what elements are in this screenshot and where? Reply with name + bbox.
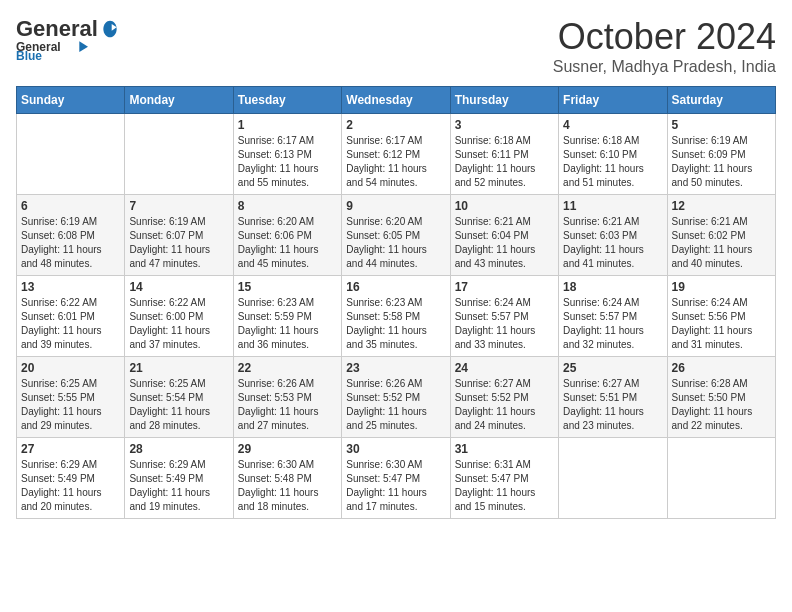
day-number: 15 bbox=[238, 280, 337, 294]
calendar-header-row: SundayMondayTuesdayWednesdayThursdayFrid… bbox=[17, 87, 776, 114]
day-info: Sunrise: 6:21 AMSunset: 6:03 PMDaylight:… bbox=[563, 215, 662, 271]
day-number: 24 bbox=[455, 361, 554, 375]
day-number: 13 bbox=[21, 280, 120, 294]
calendar-cell: 16Sunrise: 6:23 AMSunset: 5:58 PMDayligh… bbox=[342, 276, 450, 357]
calendar-cell bbox=[125, 114, 233, 195]
day-number: 29 bbox=[238, 442, 337, 456]
day-info: Sunrise: 6:27 AMSunset: 5:51 PMDaylight:… bbox=[563, 377, 662, 433]
day-info: Sunrise: 6:19 AMSunset: 6:09 PMDaylight:… bbox=[672, 134, 771, 190]
day-header-sunday: Sunday bbox=[17, 87, 125, 114]
day-header-monday: Monday bbox=[125, 87, 233, 114]
day-info: Sunrise: 6:25 AMSunset: 5:55 PMDaylight:… bbox=[21, 377, 120, 433]
day-number: 10 bbox=[455, 199, 554, 213]
day-info: Sunrise: 6:21 AMSunset: 6:02 PMDaylight:… bbox=[672, 215, 771, 271]
calendar-cell bbox=[667, 438, 775, 519]
day-info: Sunrise: 6:17 AMSunset: 6:12 PMDaylight:… bbox=[346, 134, 445, 190]
day-info: Sunrise: 6:27 AMSunset: 5:52 PMDaylight:… bbox=[455, 377, 554, 433]
day-header-thursday: Thursday bbox=[450, 87, 558, 114]
day-info: Sunrise: 6:20 AMSunset: 6:05 PMDaylight:… bbox=[346, 215, 445, 271]
calendar-cell: 26Sunrise: 6:28 AMSunset: 5:50 PMDayligh… bbox=[667, 357, 775, 438]
day-info: Sunrise: 6:19 AMSunset: 6:08 PMDaylight:… bbox=[21, 215, 120, 271]
calendar-cell: 20Sunrise: 6:25 AMSunset: 5:55 PMDayligh… bbox=[17, 357, 125, 438]
calendar-cell: 18Sunrise: 6:24 AMSunset: 5:57 PMDayligh… bbox=[559, 276, 667, 357]
calendar-cell: 30Sunrise: 6:30 AMSunset: 5:47 PMDayligh… bbox=[342, 438, 450, 519]
calendar-cell: 21Sunrise: 6:25 AMSunset: 5:54 PMDayligh… bbox=[125, 357, 233, 438]
calendar-cell: 24Sunrise: 6:27 AMSunset: 5:52 PMDayligh… bbox=[450, 357, 558, 438]
calendar-cell: 17Sunrise: 6:24 AMSunset: 5:57 PMDayligh… bbox=[450, 276, 558, 357]
day-number: 2 bbox=[346, 118, 445, 132]
svg-marker-1 bbox=[79, 41, 88, 52]
calendar-cell: 1Sunrise: 6:17 AMSunset: 6:13 PMDaylight… bbox=[233, 114, 341, 195]
calendar-cell: 27Sunrise: 6:29 AMSunset: 5:49 PMDayligh… bbox=[17, 438, 125, 519]
day-info: Sunrise: 6:26 AMSunset: 5:52 PMDaylight:… bbox=[346, 377, 445, 433]
calendar-cell: 11Sunrise: 6:21 AMSunset: 6:03 PMDayligh… bbox=[559, 195, 667, 276]
page-header: General General Blue October 2024 Susner… bbox=[16, 16, 776, 76]
day-info: Sunrise: 6:24 AMSunset: 5:56 PMDaylight:… bbox=[672, 296, 771, 352]
day-info: Sunrise: 6:28 AMSunset: 5:50 PMDaylight:… bbox=[672, 377, 771, 433]
day-number: 11 bbox=[563, 199, 662, 213]
day-info: Sunrise: 6:18 AMSunset: 6:11 PMDaylight:… bbox=[455, 134, 554, 190]
day-number: 22 bbox=[238, 361, 337, 375]
calendar-cell: 8Sunrise: 6:20 AMSunset: 6:06 PMDaylight… bbox=[233, 195, 341, 276]
day-info: Sunrise: 6:23 AMSunset: 5:59 PMDaylight:… bbox=[238, 296, 337, 352]
day-number: 30 bbox=[346, 442, 445, 456]
day-info: Sunrise: 6:22 AMSunset: 6:01 PMDaylight:… bbox=[21, 296, 120, 352]
day-header-saturday: Saturday bbox=[667, 87, 775, 114]
day-info: Sunrise: 6:30 AMSunset: 5:47 PMDaylight:… bbox=[346, 458, 445, 514]
day-number: 7 bbox=[129, 199, 228, 213]
calendar-cell: 2Sunrise: 6:17 AMSunset: 6:12 PMDaylight… bbox=[342, 114, 450, 195]
day-number: 27 bbox=[21, 442, 120, 456]
day-info: Sunrise: 6:23 AMSunset: 5:58 PMDaylight:… bbox=[346, 296, 445, 352]
calendar-cell: 28Sunrise: 6:29 AMSunset: 5:49 PMDayligh… bbox=[125, 438, 233, 519]
day-number: 5 bbox=[672, 118, 771, 132]
calendar-cell bbox=[559, 438, 667, 519]
day-number: 1 bbox=[238, 118, 337, 132]
day-number: 18 bbox=[563, 280, 662, 294]
day-header-friday: Friday bbox=[559, 87, 667, 114]
logo: General General Blue bbox=[16, 16, 120, 62]
day-info: Sunrise: 6:30 AMSunset: 5:48 PMDaylight:… bbox=[238, 458, 337, 514]
day-header-wednesday: Wednesday bbox=[342, 87, 450, 114]
day-number: 20 bbox=[21, 361, 120, 375]
calendar-cell: 10Sunrise: 6:21 AMSunset: 6:04 PMDayligh… bbox=[450, 195, 558, 276]
day-info: Sunrise: 6:26 AMSunset: 5:53 PMDaylight:… bbox=[238, 377, 337, 433]
day-info: Sunrise: 6:19 AMSunset: 6:07 PMDaylight:… bbox=[129, 215, 228, 271]
calendar-cell: 9Sunrise: 6:20 AMSunset: 6:05 PMDaylight… bbox=[342, 195, 450, 276]
calendar-week-3: 13Sunrise: 6:22 AMSunset: 6:01 PMDayligh… bbox=[17, 276, 776, 357]
calendar-week-5: 27Sunrise: 6:29 AMSunset: 5:49 PMDayligh… bbox=[17, 438, 776, 519]
calendar-cell: 12Sunrise: 6:21 AMSunset: 6:02 PMDayligh… bbox=[667, 195, 775, 276]
calendar-cell: 15Sunrise: 6:23 AMSunset: 5:59 PMDayligh… bbox=[233, 276, 341, 357]
calendar-cell: 22Sunrise: 6:26 AMSunset: 5:53 PMDayligh… bbox=[233, 357, 341, 438]
day-number: 6 bbox=[21, 199, 120, 213]
calendar-week-2: 6Sunrise: 6:19 AMSunset: 6:08 PMDaylight… bbox=[17, 195, 776, 276]
day-number: 17 bbox=[455, 280, 554, 294]
day-info: Sunrise: 6:20 AMSunset: 6:06 PMDaylight:… bbox=[238, 215, 337, 271]
calendar-cell: 23Sunrise: 6:26 AMSunset: 5:52 PMDayligh… bbox=[342, 357, 450, 438]
calendar-cell: 29Sunrise: 6:30 AMSunset: 5:48 PMDayligh… bbox=[233, 438, 341, 519]
day-number: 3 bbox=[455, 118, 554, 132]
day-number: 4 bbox=[563, 118, 662, 132]
title-section: October 2024 Susner, Madhya Pradesh, Ind… bbox=[553, 16, 776, 76]
day-number: 25 bbox=[563, 361, 662, 375]
calendar-cell: 14Sunrise: 6:22 AMSunset: 6:00 PMDayligh… bbox=[125, 276, 233, 357]
day-number: 28 bbox=[129, 442, 228, 456]
calendar-cell bbox=[17, 114, 125, 195]
day-info: Sunrise: 6:25 AMSunset: 5:54 PMDaylight:… bbox=[129, 377, 228, 433]
day-info: Sunrise: 6:18 AMSunset: 6:10 PMDaylight:… bbox=[563, 134, 662, 190]
day-info: Sunrise: 6:22 AMSunset: 6:00 PMDaylight:… bbox=[129, 296, 228, 352]
day-info: Sunrise: 6:24 AMSunset: 5:57 PMDaylight:… bbox=[455, 296, 554, 352]
calendar-cell: 6Sunrise: 6:19 AMSunset: 6:08 PMDaylight… bbox=[17, 195, 125, 276]
calendar-week-4: 20Sunrise: 6:25 AMSunset: 5:55 PMDayligh… bbox=[17, 357, 776, 438]
logo-icon bbox=[100, 19, 120, 39]
day-number: 8 bbox=[238, 199, 337, 213]
calendar-cell: 19Sunrise: 6:24 AMSunset: 5:56 PMDayligh… bbox=[667, 276, 775, 357]
svg-text:Blue: Blue bbox=[16, 49, 42, 62]
logo-full-icon: General Blue bbox=[16, 34, 96, 62]
day-number: 19 bbox=[672, 280, 771, 294]
day-info: Sunrise: 6:29 AMSunset: 5:49 PMDaylight:… bbox=[21, 458, 120, 514]
day-info: Sunrise: 6:24 AMSunset: 5:57 PMDaylight:… bbox=[563, 296, 662, 352]
day-number: 9 bbox=[346, 199, 445, 213]
day-header-tuesday: Tuesday bbox=[233, 87, 341, 114]
calendar-cell: 7Sunrise: 6:19 AMSunset: 6:07 PMDaylight… bbox=[125, 195, 233, 276]
day-number: 31 bbox=[455, 442, 554, 456]
